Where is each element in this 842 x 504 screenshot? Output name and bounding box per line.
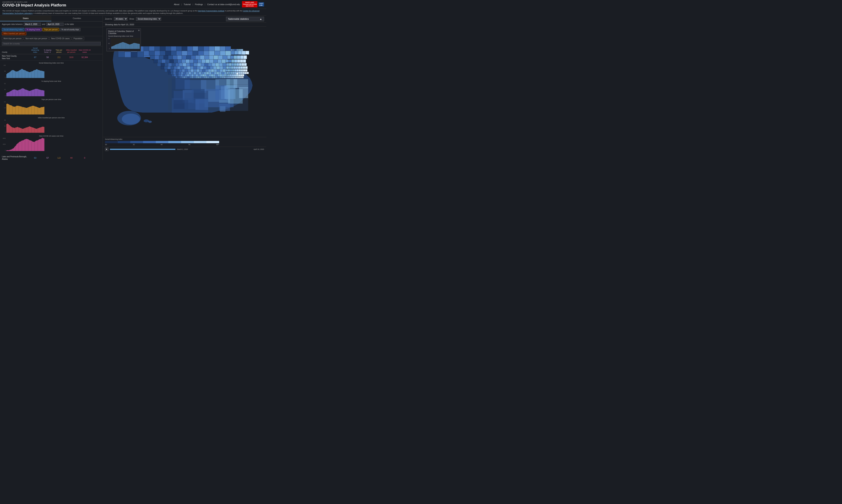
table-row[interactable]: Lake and Peninsula Borough,Alaska 63 57 … <box>0 155 103 160</box>
chart-bar <box>10 150 10 151</box>
svg-rect-237 <box>176 74 178 76</box>
svg-rect-179 <box>191 69 194 72</box>
chart-bar <box>20 89 21 96</box>
chart-bar <box>32 90 32 96</box>
chart-bar <box>25 139 26 151</box>
play-button[interactable]: ▶ <box>105 148 108 151</box>
metric-button[interactable]: Social distancing index <box>2 28 24 31</box>
svg-rect-127 <box>204 63 208 66</box>
svg-rect-258 <box>222 74 224 76</box>
chart-bar <box>32 71 33 78</box>
svg-rect-118 <box>172 63 175 66</box>
other-metric-button[interactable]: New COVID-19 cases <box>50 37 71 40</box>
svg-rect-43 <box>220 46 226 51</box>
chart-bar <box>43 138 43 151</box>
svg-rect-302 <box>236 76 238 78</box>
tooltip-chart-bar <box>131 44 132 49</box>
svg-rect-92 <box>166 59 170 63</box>
tooltip-chart-bar <box>118 44 118 49</box>
svg-rect-74 <box>186 55 191 59</box>
tooltip-chart-bar <box>114 46 114 49</box>
metric-button[interactable]: % staying home <box>25 28 42 31</box>
show-select[interactable]: Social distancing index <box>136 17 161 21</box>
data-row-nyc[interactable]: New York County,New York 67 58 2.1 18.8 … <box>0 54 103 60</box>
legend-segment <box>181 141 194 143</box>
svg-rect-192 <box>228 69 230 72</box>
svg-rect-193 <box>230 69 232 72</box>
metric-button[interactable]: % out-of-county trips <box>60 28 80 31</box>
chart-bar <box>6 93 7 96</box>
chart-bar <box>10 126 11 133</box>
other-metric-button[interactable]: Population <box>72 37 84 40</box>
tooltip-ymax: 80 <box>108 38 110 39</box>
chart-bar <box>40 71 40 78</box>
svg-rect-139 <box>241 63 244 66</box>
svg-rect-210 <box>191 72 194 74</box>
other-metric-button[interactable]: Non-work trips per person <box>24 37 49 40</box>
legend-label: 56 <box>189 144 191 145</box>
county-search-input[interactable] <box>2 42 101 46</box>
cell-psh: 57 <box>42 157 53 159</box>
chart-bar <box>35 129 36 133</box>
svg-rect-202 <box>171 72 173 74</box>
svg-rect-298 <box>229 76 231 78</box>
svg-rect-96 <box>182 59 186 63</box>
svg-rect-158 <box>216 66 220 69</box>
chart-bar <box>37 89 37 96</box>
svg-rect-221 <box>219 72 222 74</box>
chart-bar <box>39 70 40 78</box>
mti-link[interactable]: Maryland Transportation Institute <box>198 10 224 12</box>
contact-link[interactable]: Contact us at data-covid@umd.edu <box>207 3 240 5</box>
chart-bar <box>27 108 28 114</box>
chart-bar <box>24 107 24 114</box>
zoom-select[interactable]: All states <box>114 17 127 21</box>
chart-title: Trips per person over time <box>2 98 101 101</box>
date-end-label: April 10, 2020 <box>253 148 264 150</box>
tooltip-chart-bar <box>139 44 139 49</box>
chart-bar <box>35 70 35 78</box>
metric-button[interactable]: Miles traveled per person <box>2 32 26 35</box>
tooltip-chart-bar <box>136 43 136 49</box>
filter-date-start[interactable] <box>24 23 41 26</box>
svg-rect-209 <box>189 72 191 74</box>
svg-rect-176 <box>182 69 185 72</box>
svg-rect-171 <box>167 69 170 72</box>
tooltip-chart-bar <box>113 46 113 49</box>
chart-bar <box>15 128 15 133</box>
tutorial-link[interactable]: Tutorial <box>184 3 191 5</box>
chart-bar <box>18 143 18 151</box>
th-psh[interactable]: % stayinghome ▼ <box>42 49 53 53</box>
svg-rect-246 <box>196 74 198 76</box>
chart-bar <box>41 138 42 151</box>
map-container[interactable]: ✕ District of Columbia, District of Colu… <box>103 26 266 137</box>
nationwide-stats-button[interactable]: Nationwide statistics ▲ <box>226 17 264 21</box>
svg-rect-99 <box>194 59 198 63</box>
about-link[interactable]: About <box>174 3 179 5</box>
chart-bar <box>30 91 31 96</box>
svg-rect-68 <box>159 55 164 59</box>
tab-states[interactable]: States <box>0 16 51 21</box>
tooltip-close-button[interactable]: ✕ <box>138 29 140 32</box>
chart-bar <box>22 141 22 151</box>
filter-date-end[interactable] <box>47 23 64 26</box>
svg-rect-57 <box>209 51 215 55</box>
chart-bar <box>33 128 34 133</box>
left-panel: States Counties Aggregate data between a… <box>0 16 103 160</box>
svg-rect-301 <box>235 76 236 78</box>
findings-link[interactable]: Findings <box>195 3 203 5</box>
tooltip-ymin: 0 <box>108 48 110 49</box>
chart-bar <box>29 91 30 96</box>
metric-button[interactable]: Trips per person <box>42 28 59 31</box>
svg-rect-231 <box>241 72 243 74</box>
svg-rect-26 <box>131 52 137 57</box>
svg-rect-49 <box>165 51 171 55</box>
svg-point-336 <box>236 73 238 74</box>
other-metric-button[interactable]: Work trips per person <box>2 37 23 40</box>
svg-rect-182 <box>199 69 202 72</box>
chart-bar <box>44 91 44 96</box>
chart-bar <box>32 127 32 133</box>
top-data-row[interactable]: New York County,New York 67 58 2.1 18.8 … <box>0 54 103 60</box>
timeline-bar[interactable] <box>110 149 175 150</box>
tab-counties[interactable]: Counties <box>51 16 103 21</box>
svg-rect-34 <box>171 46 176 51</box>
